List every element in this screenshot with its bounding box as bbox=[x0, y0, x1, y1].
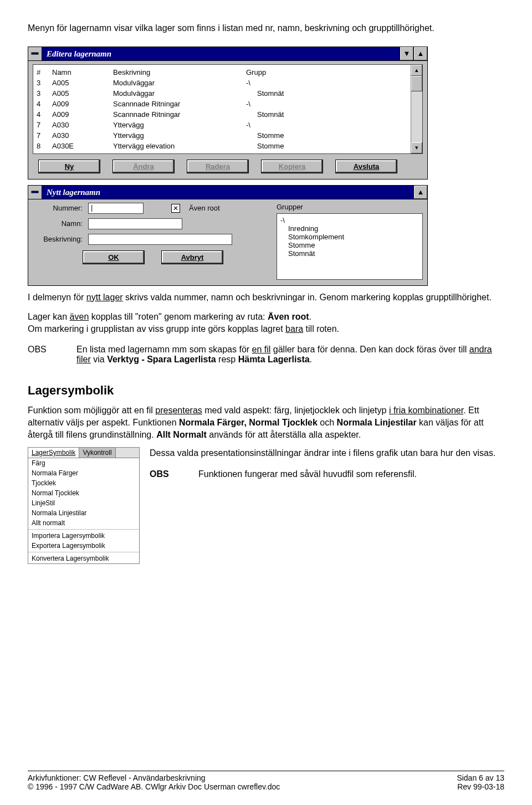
ok-button[interactable]: OK bbox=[83, 250, 145, 264]
body-paragraph: Lager kan även kopplas till "roten" geno… bbox=[28, 311, 504, 335]
menu-item[interactable]: Normal Tjocklek bbox=[28, 488, 139, 498]
body-paragraph: I delmenyn för nytt lager skrivs valda n… bbox=[28, 291, 504, 304]
system-menu-icon[interactable] bbox=[28, 47, 42, 60]
menu-item[interactable]: Konvertera Lagersymbolik bbox=[28, 553, 139, 563]
list-item[interactable]: -\ bbox=[280, 216, 419, 224]
maximize-button[interactable]: ▲ bbox=[413, 47, 427, 60]
vertical-scrollbar[interactable]: ▴ ▾ bbox=[411, 65, 422, 153]
beskrivning-input[interactable] bbox=[88, 234, 232, 245]
lagersymbolik-heading: Lagersymbolik bbox=[28, 383, 504, 398]
svg-rect-1 bbox=[32, 191, 38, 193]
list-item[interactable]: Inredning bbox=[280, 224, 419, 233]
list-header: # Namn Beskrivning Grupp bbox=[37, 67, 407, 78]
footer-left-1: Arkivfunktioner: CW Reflevel - Användarb… bbox=[28, 773, 280, 782]
minimize-button[interactable]: ▼ bbox=[400, 47, 413, 60]
scroll-down-icon[interactable]: ▾ bbox=[411, 142, 422, 153]
ny-button[interactable]: Ny bbox=[38, 160, 100, 173]
grupper-label: Grupper bbox=[277, 203, 423, 211]
nummer-label: Nummer: bbox=[33, 204, 83, 212]
tab-lagersymbolik[interactable]: LagerSymbolik bbox=[28, 448, 79, 458]
beskrivning-label: Beskrivning: bbox=[33, 235, 83, 243]
list-item[interactable]: Stomkomplement bbox=[280, 233, 419, 241]
footer-right-1: Sidan 6 av 13 bbox=[457, 773, 504, 782]
layer-list: # Namn Beskrivning Grupp 3A005Modulvägga… bbox=[33, 64, 423, 154]
titlebar: Editera lagernamn ▼ ▲ bbox=[28, 47, 427, 61]
tab-vykontroll[interactable]: Vykontroll bbox=[79, 448, 115, 458]
body-paragraph: Funktion som möjliggör att en fil presen… bbox=[28, 404, 504, 440]
body-paragraph: Dessa valda presentationsinställningar ä… bbox=[150, 447, 504, 459]
obs-note: OBS En lista med lagernamn mm som skapas… bbox=[28, 345, 504, 365]
scroll-up-icon[interactable]: ▴ bbox=[411, 65, 422, 76]
menu-item[interactable]: Allt normalt bbox=[28, 518, 139, 528]
table-row[interactable]: 4A009Scannnade Ritningar-\ bbox=[37, 99, 407, 109]
page-footer: Arkivfunktioner: CW Reflevel - Användarb… bbox=[28, 771, 504, 791]
table-row[interactable]: 3A005Modulväggar-\ bbox=[37, 78, 407, 88]
menu-item[interactable]: Normala Linjestilar bbox=[28, 508, 139, 518]
namn-label: Namn: bbox=[33, 219, 83, 228]
scroll-thumb[interactable] bbox=[411, 76, 422, 91]
group-list[interactable]: -\InredningStomkomplementStommeStomnät bbox=[277, 213, 423, 280]
list-item[interactable]: Stomme bbox=[280, 241, 419, 249]
table-row[interactable]: 7A030YtterväggStomme bbox=[37, 130, 407, 141]
obs-label: OBS bbox=[150, 469, 182, 479]
edit-layer-window: Editera lagernamn ▼ ▲ # Namn Beskrivning… bbox=[28, 47, 428, 180]
menu-item[interactable]: Tjocklek bbox=[28, 478, 139, 488]
scroll-track[interactable] bbox=[411, 76, 422, 142]
avsluta-button[interactable]: Avsluta bbox=[335, 160, 397, 173]
new-layer-window: Nytt lagernamn ▲ Nummer: | ✕ Även root N… bbox=[28, 185, 428, 286]
col-group: Grupp bbox=[246, 68, 407, 76]
lagersymbolik-block: LagerSymbolik Vykontroll FärgNormala Fär… bbox=[28, 447, 504, 564]
lagersymbolik-menu-screenshot: LagerSymbolik Vykontroll FärgNormala Fär… bbox=[28, 447, 140, 564]
obs-label: OBS bbox=[28, 345, 60, 365]
col-num: # bbox=[37, 68, 52, 76]
table-row[interactable]: 8A030EYttervägg elevationStomme bbox=[37, 141, 407, 151]
avbryt-button[interactable]: Avbryt bbox=[161, 250, 223, 264]
table-row[interactable]: 3A005ModulväggarStomnät bbox=[37, 88, 407, 99]
radera-button[interactable]: Radera bbox=[187, 160, 249, 173]
menu-item[interactable]: Exportera Lagersymbolik bbox=[28, 541, 139, 551]
table-row[interactable]: 7A030Yttervägg-\ bbox=[37, 120, 407, 130]
aven-root-label: Även root bbox=[189, 204, 220, 212]
footer-left-2: © 1996 - 1997 C/W CadWare AB. CWlgr Arki… bbox=[28, 782, 280, 791]
obs-body: En lista med lagernamn mm som skapas för… bbox=[76, 345, 504, 365]
svg-rect-0 bbox=[32, 53, 38, 54]
namn-input[interactable] bbox=[88, 218, 182, 229]
close-button[interactable]: ▲ bbox=[413, 186, 427, 199]
col-desc: Beskrivning bbox=[113, 68, 246, 76]
col-name: Namn bbox=[52, 68, 113, 76]
menu-item[interactable]: Normala Färger bbox=[28, 468, 139, 478]
obs-note: OBS Funktionen fungerar med såväl huvudf… bbox=[150, 469, 504, 479]
footer-right-2: Rev 99-03-18 bbox=[457, 782, 504, 791]
nummer-input[interactable]: | bbox=[88, 203, 144, 214]
intro-paragraph: Menyn för lagernamn visar vilka lager so… bbox=[28, 22, 504, 34]
menu-item[interactable]: Färg bbox=[28, 458, 139, 468]
button-row: Ny Ändra Radera Kopiera Avsluta bbox=[33, 160, 423, 173]
table-row[interactable]: 4A009Scannnade RitningarStomnät bbox=[37, 109, 407, 120]
andra-button[interactable]: Ändra bbox=[112, 160, 175, 173]
window-title: Nytt lagernamn bbox=[42, 186, 413, 199]
kopiera-button[interactable]: Kopiera bbox=[261, 160, 323, 173]
aven-root-checkbox[interactable]: ✕ bbox=[171, 204, 180, 213]
window-title: Editera lagernamn bbox=[42, 47, 400, 60]
titlebar: Nytt lagernamn ▲ bbox=[28, 186, 427, 199]
system-menu-icon[interactable] bbox=[28, 186, 42, 199]
obs-body: Funktionen fungerar med såväl huvudfil s… bbox=[198, 469, 504, 479]
menu-item[interactable]: Importera Lagersymbolik bbox=[28, 531, 139, 541]
list-item[interactable]: Stomnät bbox=[280, 249, 419, 258]
menu-item[interactable]: LinjeStil bbox=[28, 498, 139, 508]
